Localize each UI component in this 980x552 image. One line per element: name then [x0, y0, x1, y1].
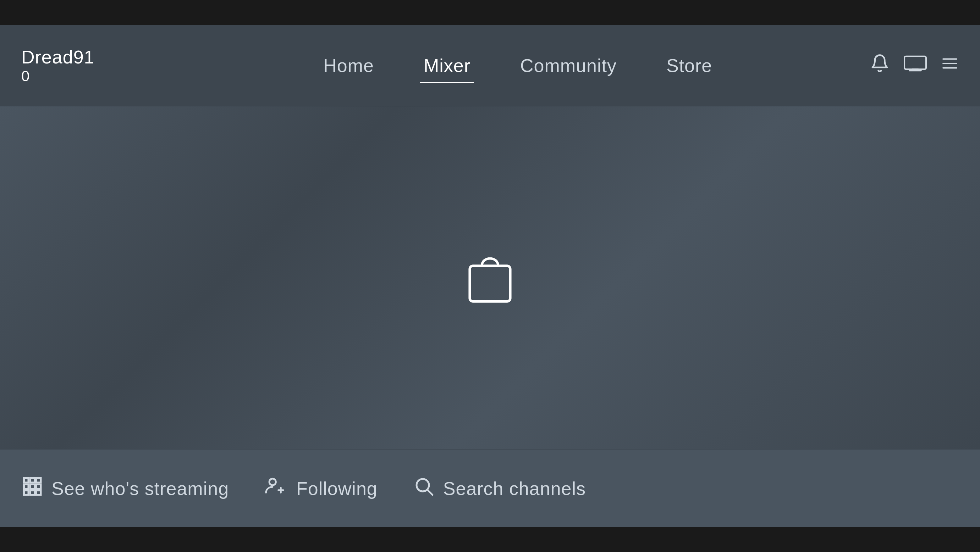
bottom-toolbar: See who's streaming Following	[0, 449, 980, 527]
search-channels-label: Search channels	[443, 478, 586, 499]
following-item[interactable]: Following	[264, 476, 377, 501]
svg-point-16	[269, 479, 276, 485]
menu-icon[interactable]	[941, 55, 959, 76]
main-content	[0, 106, 980, 449]
svg-rect-11	[30, 484, 35, 489]
screen-bezel: Dread91 0 Home Mixer Community Store	[0, 0, 980, 552]
svg-rect-15	[37, 491, 41, 495]
following-label: Following	[296, 478, 377, 499]
svg-rect-9	[37, 478, 41, 483]
see-who-streaming-label: See who's streaming	[51, 478, 229, 499]
nav-links: Home Mixer Community Store	[165, 48, 870, 83]
navbar: Dread91 0 Home Mixer Community Store	[0, 25, 980, 106]
svg-rect-14	[30, 491, 35, 495]
shopping-bag-icon	[465, 250, 515, 306]
svg-rect-8	[30, 478, 35, 483]
search-icon	[413, 476, 434, 501]
search-channels-item[interactable]: Search channels	[413, 476, 586, 501]
svg-rect-12	[37, 484, 41, 489]
notification-icon[interactable]	[870, 54, 889, 77]
bezel-top	[0, 0, 980, 25]
svg-rect-7	[24, 478, 29, 483]
svg-rect-6	[470, 265, 510, 301]
following-icon	[264, 476, 287, 501]
nav-item-store[interactable]: Store	[663, 48, 716, 83]
nav-item-community[interactable]: Community	[517, 48, 620, 83]
nav-item-mixer[interactable]: Mixer	[420, 48, 474, 83]
username: Dread91	[21, 46, 94, 68]
nav-icons	[870, 54, 959, 77]
user-score: 0	[21, 68, 94, 85]
user-info: Dread91 0	[21, 46, 94, 85]
svg-rect-13	[24, 491, 29, 495]
grid-icon	[21, 476, 43, 501]
svg-rect-0	[904, 56, 926, 69]
svg-rect-10	[24, 484, 29, 489]
screen-content: Dread91 0 Home Mixer Community Store	[0, 25, 980, 527]
svg-line-18	[428, 490, 433, 495]
nav-item-home[interactable]: Home	[320, 48, 377, 83]
xbox-icon[interactable]	[904, 55, 927, 76]
bezel-bottom	[0, 527, 980, 552]
see-who-streaming-item[interactable]: See who's streaming	[21, 476, 229, 501]
